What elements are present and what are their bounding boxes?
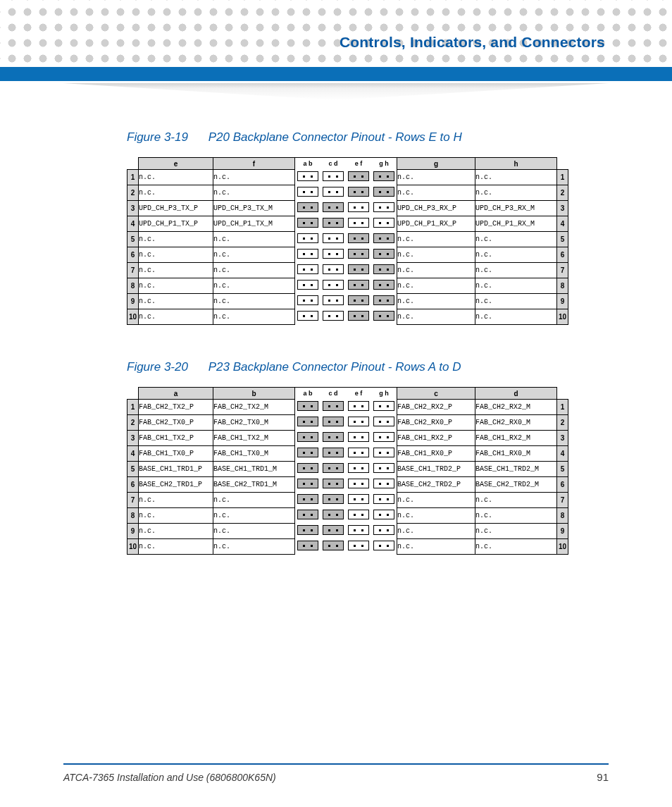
row-number: 6 xyxy=(557,477,568,493)
connector-pin-icon xyxy=(348,280,369,290)
row-number: 3 xyxy=(127,201,139,216)
connector-pin-icon xyxy=(323,417,344,426)
pin-label: n.c. xyxy=(139,170,213,185)
connector-pin-icon xyxy=(348,295,369,305)
connector-pin-icon xyxy=(323,295,344,305)
col-header: d xyxy=(475,388,557,400)
row-number: 4 xyxy=(127,446,139,462)
pair-header: g h xyxy=(371,388,397,400)
connector-pin-icon xyxy=(323,463,344,473)
pin-label: n.c. xyxy=(397,493,475,508)
pair-header: a b xyxy=(295,388,321,400)
pinout-table-p23: aba bc de fg hcd1FAB_CH2_TX2_PFAB_CH2_TX… xyxy=(127,387,609,555)
connector-pin-icon xyxy=(348,432,369,442)
connector-pin-icon xyxy=(323,479,344,488)
pin-label: n.c. xyxy=(213,524,295,539)
row-number: 2 xyxy=(557,185,568,201)
connector-pin-icon xyxy=(323,233,344,243)
pin-label: n.c. xyxy=(475,232,557,247)
pin-label: n.c. xyxy=(213,493,295,508)
figure-number: Figure 3-20 xyxy=(127,360,188,374)
pinout-grid: efa bc de fg hgh1n.c.n.c.n.c.n.c.12n.c.n… xyxy=(127,157,568,325)
pin-label: BASE_CH2_TRD1_P xyxy=(139,477,213,493)
connector-pin-icon xyxy=(297,171,318,181)
pin-label: FAB_CH2_TX0_M xyxy=(213,415,295,431)
connector-pin-icon xyxy=(297,202,318,212)
table-row: 10n.c.n.c.n.c.n.c.10 xyxy=(127,309,568,325)
pin-label: n.c. xyxy=(139,278,213,294)
connector-pin-icon xyxy=(323,249,344,259)
pin-label: n.c. xyxy=(397,232,475,247)
connector-pin-icon xyxy=(373,541,394,550)
pin-label: FAB_CH2_RX0_M xyxy=(475,415,557,431)
table-row: 1n.c.n.c.n.c.n.c.1 xyxy=(127,170,568,185)
table-row: 6BASE_CH2_TRD1_PBASE_CH2_TRD1_MBASE_CH2_… xyxy=(127,477,568,493)
col-header: e xyxy=(139,158,213,170)
row-number: 10 xyxy=(557,309,568,325)
pin-label: n.c. xyxy=(213,232,295,247)
table-row: 8n.c.n.c.n.c.n.c.8 xyxy=(127,278,568,294)
connector-pin-icon xyxy=(297,432,318,442)
pin-label: n.c. xyxy=(139,185,213,201)
table-row: 9n.c.n.c.n.c.n.c.9 xyxy=(127,524,568,539)
header-divider xyxy=(0,67,672,81)
table-row: 6n.c.n.c.n.c.n.c.6 xyxy=(127,247,568,263)
table-row: 2n.c.n.c.n.c.n.c.2 xyxy=(127,185,568,201)
connector-pin-icon xyxy=(323,401,344,411)
pin-label: n.c. xyxy=(475,493,557,508)
row-number: 2 xyxy=(557,415,568,431)
connector-pin-icon xyxy=(348,479,369,488)
pair-header: c d xyxy=(321,158,346,170)
connector-pin-icon xyxy=(323,525,344,535)
pin-label: n.c. xyxy=(475,508,557,524)
pin-label: n.c. xyxy=(139,232,213,247)
connector-pin-icon xyxy=(323,264,344,274)
connector-pin-icon xyxy=(348,171,369,181)
col-header: b xyxy=(213,388,295,400)
section-title: Controls, Indicators, and Connectors xyxy=(340,34,605,51)
table-row: 5n.c.n.c.n.c.n.c.5 xyxy=(127,232,568,247)
connector-pin-icon xyxy=(373,187,394,197)
row-number: 8 xyxy=(127,508,139,524)
row-number: 2 xyxy=(127,415,139,431)
pin-label: UPD_CH_P1_RX_P xyxy=(397,216,475,232)
row-number: 7 xyxy=(557,263,568,278)
pair-header: a b xyxy=(295,158,321,170)
connector-pin-icon xyxy=(348,202,369,212)
table-row: 7n.c.n.c.n.c.n.c.7 xyxy=(127,263,568,278)
table-row: 9n.c.n.c.n.c.n.c.9 xyxy=(127,294,568,309)
connector-pin-icon xyxy=(297,463,318,473)
connector-pin-icon xyxy=(323,171,344,181)
connector-pin-icon xyxy=(373,463,394,473)
pin-label: n.c. xyxy=(397,247,475,263)
row-number: 1 xyxy=(127,170,139,185)
pin-label: n.c. xyxy=(475,263,557,278)
connector-pin-icon xyxy=(348,233,369,243)
pin-label: FAB_CH2_RX0_P xyxy=(397,415,475,431)
pin-label: n.c. xyxy=(475,278,557,294)
pin-label: UPD_CH_P3_TX_P xyxy=(139,201,213,216)
pin-label: n.c. xyxy=(213,278,295,294)
connector-pin-icon xyxy=(323,494,344,504)
connector-pin-icon xyxy=(297,541,318,550)
connector-pin-icon xyxy=(323,432,344,442)
pin-label: n.c. xyxy=(397,263,475,278)
pin-label: FAB_CH1_RX2_M xyxy=(475,431,557,446)
pair-header: g h xyxy=(371,158,397,170)
pin-label: n.c. xyxy=(397,185,475,201)
pin-label: n.c. xyxy=(139,508,213,524)
pin-label: BASE_CH2_TRD2_M xyxy=(475,477,557,493)
row-number: 8 xyxy=(557,508,568,524)
row-number: 1 xyxy=(557,400,568,415)
row-number: 6 xyxy=(557,247,568,263)
connector-pin-icon xyxy=(373,401,394,411)
table-row: 1FAB_CH2_TX2_PFAB_CH2_TX2_MFAB_CH2_RX2_P… xyxy=(127,400,568,415)
pin-label: n.c. xyxy=(139,539,213,555)
pin-label: n.c. xyxy=(139,524,213,539)
pin-label: UPD_CH_P3_RX_M xyxy=(475,201,557,216)
connector-pin-icon xyxy=(373,249,394,259)
col-header: g xyxy=(397,158,475,170)
row-number: 10 xyxy=(127,539,139,555)
connector-pin-icon xyxy=(348,525,369,535)
pin-label: n.c. xyxy=(213,170,295,185)
